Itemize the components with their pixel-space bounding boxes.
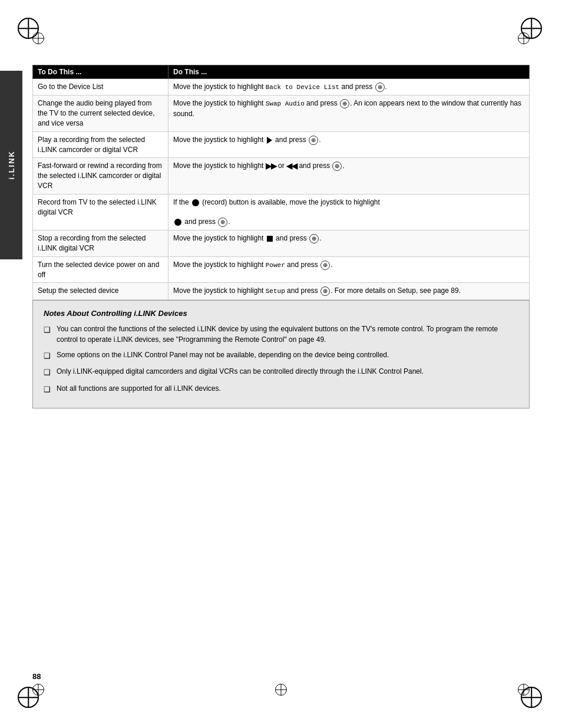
table-cell-right: Move the joystick to highlight and press… — [168, 131, 530, 158]
inner-mark-bl — [32, 684, 44, 696]
table-cell-right: If the (record) button is available, mov… — [168, 194, 530, 230]
table-header-col2: Do This ... — [168, 65, 530, 79]
table-row: Turn the selected device power on and of… — [33, 256, 530, 283]
ff-icon: ▶▶ — [266, 162, 276, 170]
highlight-text: Swap Audio — [266, 100, 305, 107]
table-cell-left: Record from TV to the selected i.LINK di… — [33, 194, 168, 230]
table-cell-left: Turn the selected device power on and of… — [33, 256, 168, 283]
highlight-text: Power — [266, 262, 285, 269]
notes-box: Notes About Controlling i.LINK Devices Y… — [32, 300, 530, 409]
play-icon — [267, 137, 272, 144]
bottom-center-mark — [275, 684, 287, 696]
record-icon — [192, 199, 199, 206]
table-cell-right: Move the joystick to highlight Power and… — [168, 256, 530, 283]
table-row: Record from TV to the selected i.LINK di… — [33, 194, 530, 230]
table-cell-right: Move the joystick to highlight Back to D… — [168, 79, 530, 95]
enter-button-icon: ⊕ — [320, 286, 330, 296]
table-cell-left: Fast-forward or rewind a recording from … — [33, 158, 168, 194]
list-item: Not all functions are supported for all … — [44, 383, 518, 396]
rw-icon: ◀◀ — [286, 162, 297, 170]
table-cell-left: Setup the selected device — [33, 283, 168, 299]
highlight-text: Setup — [266, 288, 285, 295]
enter-button-icon: ⊕ — [320, 261, 330, 270]
main-content: To Do This ... Do This ... Go to the Dev… — [32, 65, 530, 409]
stop-icon — [267, 236, 273, 242]
table-cell-left: Change the audio being played from the T… — [33, 95, 168, 131]
enter-button-icon: ⊕ — [218, 218, 227, 227]
record-icon — [174, 219, 181, 226]
table-cell-right: Move the joystick to highlight Setup and… — [168, 283, 530, 299]
inner-mark-tr — [518, 32, 530, 44]
table-header-col1: To Do This ... — [33, 65, 168, 79]
enter-button-icon: ⊕ — [375, 83, 385, 92]
table-cell-left: Go to the Device List — [33, 79, 168, 95]
sidebar: i.LINK — [0, 71, 22, 259]
list-item: Only i.LINK-equipped digital camcorders … — [44, 366, 518, 378]
sidebar-label: i.LINK — [7, 150, 16, 180]
notes-title: Notes About Controlling i.LINK Devices — [44, 309, 518, 318]
inner-mark-tl — [32, 32, 44, 44]
enter-button-icon: ⊕ — [309, 234, 319, 243]
table-row: Change the audio being played from the T… — [33, 95, 530, 131]
inner-mark-br — [518, 684, 530, 696]
enter-button-icon: ⊕ — [340, 99, 349, 108]
list-item-text: You can control the functions of the sel… — [57, 324, 518, 345]
table-row: Go to the Device List Move the joystick … — [33, 79, 530, 95]
table-row: Setup the selected device Move the joyst… — [33, 283, 530, 299]
main-table: To Do This ... Do This ... Go to the Dev… — [32, 65, 530, 300]
table-cell-left: Stop a recording from the selected i.LIN… — [33, 230, 168, 257]
highlight-text: Back to Device List — [266, 84, 339, 91]
table-row: Stop a recording from the selected i.LIN… — [33, 230, 530, 257]
table-cell-right: Move the joystick to highlight and press… — [168, 230, 530, 257]
list-item: You can control the functions of the sel… — [44, 324, 518, 345]
page-number: 88 — [32, 672, 41, 681]
table-cell-left: Play a recording from the selected i.LIN… — [33, 131, 168, 158]
enter-button-icon: ⊕ — [309, 136, 318, 145]
list-item-text: Some options on the i.LINK Control Panel… — [57, 350, 389, 360]
table-cell-right: Move the joystick to highlight ▶▶ or ◀◀ … — [168, 158, 530, 194]
list-item-text: Not all functions are supported for all … — [57, 383, 221, 394]
list-item: Some options on the i.LINK Control Panel… — [44, 350, 518, 362]
enter-button-icon: ⊕ — [332, 162, 342, 171]
list-item-text: Only i.LINK-equipped digital camcorders … — [57, 366, 424, 377]
table-cell-right: Move the joystick to highlight Swap Audi… — [168, 95, 530, 131]
notes-list: You can control the functions of the sel… — [44, 324, 518, 396]
table-row: Play a recording from the selected i.LIN… — [33, 131, 530, 158]
table-row: Fast-forward or rewind a recording from … — [33, 158, 530, 194]
